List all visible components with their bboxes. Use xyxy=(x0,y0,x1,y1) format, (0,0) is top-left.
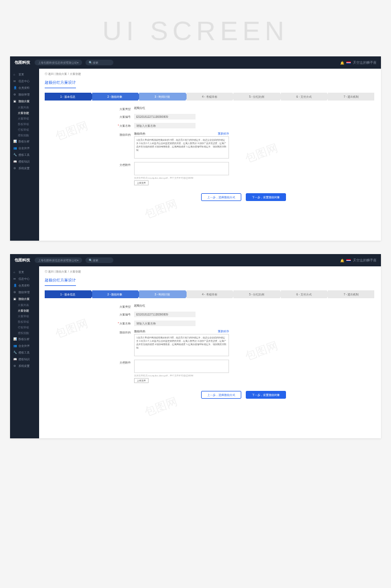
breadcrumb-home[interactable]: ◎ 返回 xyxy=(45,270,54,273)
target-textarea[interactable]: 1.应员工养成不断挑战更高目标的习惯，促进员工能力的快速提升，促进企业业绩的快速… xyxy=(134,334,229,356)
user-icon: 👤 xyxy=(13,86,17,89)
search-input[interactable]: 🔍 搜索 xyxy=(85,257,113,263)
main-content: ◎ 返回 | 激励方案 / 方案创建 超额分红方案设计 1 - 基本信息 2 -… xyxy=(39,69,381,241)
sidebar-sub-create[interactable]: 方案创建 xyxy=(10,308,39,313)
preview-panel-1: 包图科技 上海包图科技信息科技有限公司▾ 🔍 搜索 🔔 天空左的狮子座 ⌂首页 … xyxy=(10,56,381,241)
chart-icon: 📊 xyxy=(13,337,17,341)
sidebar-item-know[interactable]: 📖授权知识 xyxy=(10,158,39,165)
sidebar-item-info[interactable]: ✉信息中心 xyxy=(10,275,39,282)
sidebar-item-analysis[interactable]: 📊股权分析 xyxy=(10,336,39,342)
attach-dropzone[interactable] xyxy=(134,162,229,175)
sidebar-item-setting[interactable]: ⚙系统设置 xyxy=(10,165,39,171)
sidebar-item-home[interactable]: ⌂首页 xyxy=(10,71,39,78)
step-nav: 1 - 基本信息 2 - 激励对象 3 - 时间计划 4 - 考核目标 5 - … xyxy=(45,290,375,298)
topbar: 包图科技 上海包图科技信息科技有限公司▾ 🔍 搜索 🔔 天空左的狮子座 xyxy=(10,254,381,266)
team-icon: 👥 xyxy=(13,146,17,150)
sidebar-item-member[interactable]: 👤会员资料 xyxy=(10,282,39,289)
step-2[interactable]: 2 - 激励对象 xyxy=(92,93,139,101)
upload-button[interactable]: 上传文件 xyxy=(134,378,149,383)
name-input[interactable]: 请输入方案名称 xyxy=(134,123,196,128)
attach-hint: 支持文件格式:rar,zip,doc,docx,pdf，单个文件不可超过500M xyxy=(134,176,229,179)
breadcrumb-home[interactable]: ◎ 返回 xyxy=(45,72,54,75)
prev-button[interactable]: 上一步，选择激励方式 xyxy=(201,193,241,201)
sidebar-item-manage[interactable]: ⚙激励管理 xyxy=(10,289,39,295)
sidebar-sub-audit3[interactable]: 行权审核 xyxy=(10,127,39,132)
type-label: 方案类型 xyxy=(112,304,134,308)
company-selector[interactable]: 上海包图科技信息科技有限公司▾ xyxy=(35,257,82,263)
attach-dropzone[interactable] xyxy=(134,360,229,373)
next-button[interactable]: 下一步，设置激励对象 xyxy=(246,193,286,201)
attach-label: 文档附件 xyxy=(112,162,134,166)
sidebar-item-home[interactable]: ⌂首页 xyxy=(10,269,39,275)
upload-button[interactable]: 上传文件 xyxy=(134,180,149,185)
sidebar-item-partner[interactable]: 👥合金伙伴 xyxy=(10,145,39,151)
step-1[interactable]: 1 - 基本信息 xyxy=(45,290,91,298)
team-icon: 👥 xyxy=(13,344,17,347)
sidebar-item-info[interactable]: ✉信息中心 xyxy=(10,78,39,84)
target-textarea[interactable]: 1.应员工养成不断挑战更高目标的习惯，促进员工能力的快速提升，促进企业业绩的快速… xyxy=(134,136,229,159)
bell-icon[interactable]: 🔔 xyxy=(340,61,344,65)
sidebar-sub-list[interactable]: 方案列表 xyxy=(10,104,39,110)
code-label: 方案编号 xyxy=(112,312,134,316)
sidebar-item-partner[interactable]: 👥合金伙伴 xyxy=(10,342,39,349)
sidebar-sub-remind[interactable]: 授权提醒 xyxy=(10,330,39,336)
book-icon: 📖 xyxy=(13,357,17,361)
step-5[interactable]: 5 - 分红比例 xyxy=(233,290,280,298)
reorder-link[interactable]: 重新排序 xyxy=(218,329,229,333)
code-input[interactable]: ES201812271138390809 xyxy=(134,312,196,317)
step-3[interactable]: 3 - 时间计划 xyxy=(139,290,185,298)
step-7[interactable]: 7 - 退出机制 xyxy=(328,93,374,101)
sidebar-sub-audit2[interactable]: 股权审核 xyxy=(10,121,39,127)
step-1[interactable]: 1 - 基本信息 xyxy=(45,93,91,101)
code-label: 方案编号 xyxy=(112,114,134,118)
breadcrumb-1[interactable]: 激励方案 xyxy=(56,72,67,75)
sidebar-sub-remind[interactable]: 授权提醒 xyxy=(10,132,39,138)
gear-icon: ⚙ xyxy=(13,93,17,96)
topbar: 包图科技 上海包图科技信息科技有限公司▾ 🔍 搜索 🔔 天空左的狮子座 xyxy=(10,56,381,69)
sidebar-item-plan[interactable]: ▣激励方案 xyxy=(10,295,39,302)
company-selector[interactable]: 上海包图科技信息科技有限公司▾ xyxy=(35,60,82,65)
bell-icon[interactable]: 🔔 xyxy=(340,259,344,262)
main-content: ◎ 返回 | 激励方案 / 方案创建 超额分红方案设计 1 - 基本信息 2 -… xyxy=(39,266,381,438)
step-2[interactable]: 2 - 激励对象 xyxy=(92,290,139,298)
button-row: 上一步，选择激励方式 下一步，设置激励对象 xyxy=(45,386,375,399)
step-3[interactable]: 3 - 时间计划 xyxy=(139,93,185,101)
step-5[interactable]: 5 - 分红比例 xyxy=(233,93,280,101)
doc-icon: ▣ xyxy=(13,99,17,103)
type-label: 方案类型 xyxy=(112,106,134,111)
sidebar-sub-audit1[interactable]: 方案审核 xyxy=(10,116,39,121)
name-input[interactable]: 请输入方案名称 xyxy=(134,321,196,326)
flag-icon xyxy=(346,259,351,262)
user-name[interactable]: 天空左的狮子座 xyxy=(353,60,376,65)
sidebar-item-member[interactable]: 👤会员资料 xyxy=(10,84,39,91)
logo: 包图科技 xyxy=(15,60,30,65)
sidebar-item-tool[interactable]: 🔧授权工具 xyxy=(10,349,39,356)
sidebar-sub-create[interactable]: 方案创建 xyxy=(10,110,39,116)
sidebar-item-manage[interactable]: ⚙激励管理 xyxy=(10,91,39,98)
sidebar-item-know[interactable]: 📖授权知识 xyxy=(10,356,39,362)
sidebar-sub-audit2[interactable]: 股权审核 xyxy=(10,319,39,324)
code-input[interactable]: ES201812271138390809 xyxy=(134,114,196,119)
sidebar-sub-list[interactable]: 方案列表 xyxy=(10,302,39,308)
reorder-link[interactable]: 重新排序 xyxy=(218,132,229,135)
step-7[interactable]: 7 - 退出机制 xyxy=(328,290,374,298)
breadcrumb-1[interactable]: 激励方案 xyxy=(56,270,67,273)
type-value: 超额分红 xyxy=(134,106,145,109)
setting-icon: ⚙ xyxy=(13,364,17,367)
sidebar-item-setting[interactable]: ⚙系统设置 xyxy=(10,362,39,369)
setting-icon: ⚙ xyxy=(13,166,17,170)
step-4[interactable]: 4 - 考核目标 xyxy=(187,93,233,101)
sidebar-sub-audit1[interactable]: 方案审核 xyxy=(10,313,39,319)
sidebar-item-plan[interactable]: ▣激励方案 xyxy=(10,98,39,104)
step-4[interactable]: 4 - 考核目标 xyxy=(187,290,233,298)
sidebar-item-tool[interactable]: 🔧授权工具 xyxy=(10,151,39,158)
next-button[interactable]: 下一步，设置激励对象 xyxy=(246,391,286,399)
step-6[interactable]: 6 - 支付方式 xyxy=(281,93,327,101)
sidebar-sub-audit3[interactable]: 行权审核 xyxy=(10,324,39,330)
sidebar-item-analysis[interactable]: 📊股权分析 xyxy=(10,138,39,145)
prev-button[interactable]: 上一步，选择激励方式 xyxy=(201,391,241,399)
step-6[interactable]: 6 - 支付方式 xyxy=(281,290,327,298)
breadcrumb-2: 方案创建 xyxy=(70,72,81,75)
user-name[interactable]: 天空左的狮子座 xyxy=(353,258,376,263)
search-input[interactable]: 🔍 搜索 xyxy=(85,60,113,65)
